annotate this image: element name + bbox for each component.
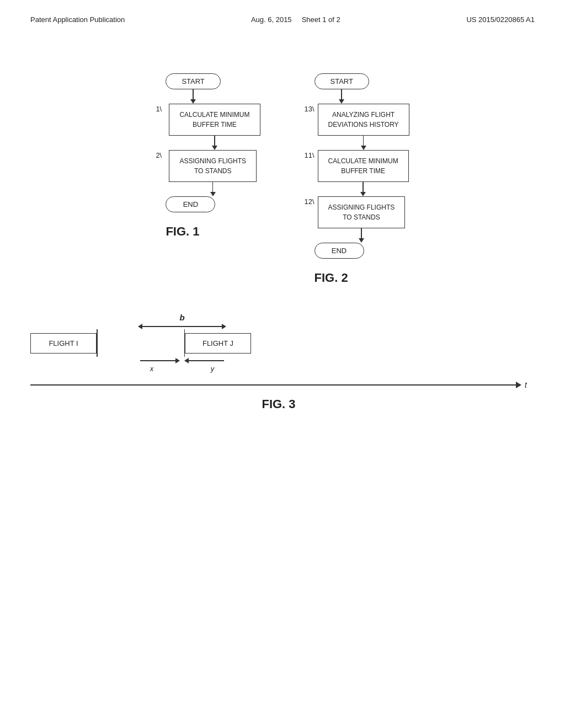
main-content: START 1\ CALCULATE MINIMUMBUFFER TIME <box>0 40 565 728</box>
arrow-1 <box>190 89 196 104</box>
timeline-row: t <box>30 381 527 389</box>
x-arrowhead <box>175 358 180 363</box>
fig1-label: FIG. 1 <box>166 224 199 239</box>
b-arrow-left <box>138 324 142 329</box>
header-patent-number: US 2015/0220865 A1 <box>466 15 535 24</box>
timeline-line <box>30 384 516 386</box>
flight-j-box: FLIGHT J <box>185 333 251 354</box>
b-label: b <box>179 313 184 322</box>
fig2-step13-analyze: ANALYZING FLIGHTDEVIATIONS HISTORY <box>318 104 409 136</box>
fig3-boxes-row: FLIGHT I FLIGHT J <box>30 329 527 357</box>
fig1-step2-col: ASSIGNING FLIGHTSTO STANDS <box>169 150 257 196</box>
fig2-step12-wrapper: 12\ ASSIGNING FLIGHTSTO STANDS <box>305 196 406 243</box>
fig2-label: FIG. 2 <box>315 271 348 285</box>
fig1-step1-wrapper: 1\ CALCULATE MINIMUMBUFFER TIME <box>156 104 260 150</box>
arrow-f2-3 <box>360 182 366 196</box>
fig2-end: END <box>315 243 364 259</box>
header-publication: Patent Application Publication <box>30 15 125 24</box>
fig1-start: START <box>166 73 220 89</box>
b-label-row: b <box>138 313 527 329</box>
x-line <box>140 360 175 361</box>
header-date-sheet: Aug. 6, 2015 Sheet 1 of 2 <box>251 15 340 24</box>
fig3-right-vline <box>184 329 185 357</box>
y-arrowhead <box>184 358 189 363</box>
b-double-arrow <box>138 324 226 329</box>
t-label: t <box>525 381 527 389</box>
fig2-flowchart: START 13\ ANALYZING FLIGHTDEVIATIONS HIS… <box>305 73 409 285</box>
b-arrow-right <box>222 324 226 329</box>
fig1-step2-assign: ASSIGNING FLIGHTSTO STANDS <box>169 150 257 182</box>
xy-row: x y <box>138 358 226 373</box>
fig2-step13-num: 13\ <box>305 105 315 113</box>
fig2-step11-col: CALCULATE MINIMUMBUFFER TIME <box>318 150 409 196</box>
y-label: y <box>211 365 215 373</box>
y-arrow <box>184 358 224 363</box>
fig2-start: START <box>315 73 369 89</box>
timeline-arrowhead <box>516 382 521 388</box>
fig1-flowchart: START 1\ CALCULATE MINIMUMBUFFER TIME <box>156 73 260 285</box>
x-label: x <box>150 365 154 373</box>
b-arrow-line <box>142 326 222 327</box>
xy-arrows: x y <box>138 358 226 373</box>
header-sheet: Sheet 1 of 2 <box>302 15 340 24</box>
header-date: Aug. 6, 2015 <box>251 15 292 24</box>
flight-j-label: FLIGHT J <box>202 339 233 347</box>
flight-i-label: FLIGHT I <box>49 339 78 347</box>
fig2-step11-wrapper: 11\ CALCULATE MINIMUMBUFFER TIME <box>305 150 409 196</box>
fig3-diagram: b FLIGHT I <box>30 313 527 389</box>
flowcharts-row: START 1\ CALCULATE MINIMUMBUFFER TIME <box>0 40 565 285</box>
page-header: Patent Application Publication Aug. 6, 2… <box>0 0 565 24</box>
fig3-section: b FLIGHT I <box>0 313 565 411</box>
arrow-3 <box>210 182 216 196</box>
fig1-end: END <box>166 196 215 212</box>
fig2-step12-assign: ASSIGNING FLIGHTSTO STANDS <box>318 196 406 228</box>
fig2-step12-col: ASSIGNING FLIGHTSTO STANDS <box>318 196 406 243</box>
fig2-step11-calc: CALCULATE MINIMUMBUFFER TIME <box>318 150 409 182</box>
y-line <box>189 360 224 361</box>
x-arrow <box>140 358 180 363</box>
flight-i-box: FLIGHT I <box>30 333 97 354</box>
arrow-f2-2 <box>361 136 366 150</box>
x-arrow-container: x <box>138 358 182 373</box>
fig1-step1-calc: CALCULATE MINIMUMBUFFER TIME <box>169 104 260 136</box>
y-arrow-container: y <box>182 358 226 373</box>
fig3-left-vline <box>97 329 98 357</box>
fig2-step13-wrapper: 13\ ANALYZING FLIGHTDEVIATIONS HISTORY <box>305 104 409 150</box>
fig3-label: FIG. 3 <box>262 397 295 411</box>
fig1-step2-num: 2\ <box>156 151 166 159</box>
b-arrow-container: b <box>138 313 226 329</box>
arrow-f2-1 <box>339 89 344 104</box>
fig2-step11-num: 11\ <box>305 151 315 159</box>
fig1-step1-num: 1\ <box>156 105 166 113</box>
fig1-step2-wrapper: 2\ ASSIGNING FLIGHTSTO STANDS <box>156 150 257 196</box>
fig3-label-container: FIG. 3 <box>30 397 527 411</box>
fig2-step13-col: ANALYZING FLIGHTDEVIATIONS HISTORY <box>318 104 409 150</box>
fig1-step1-col: CALCULATE MINIMUMBUFFER TIME <box>169 104 260 150</box>
fig2-step12-num: 12\ <box>305 197 315 206</box>
fig3-middle-gap <box>97 329 185 357</box>
arrow-f2-4 <box>359 228 364 243</box>
arrow-2 <box>212 136 217 150</box>
